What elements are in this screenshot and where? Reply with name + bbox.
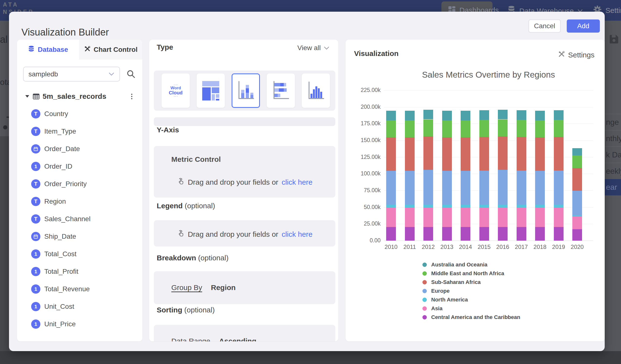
bar-segment <box>554 110 564 120</box>
field-label: Total_Revenue <box>44 285 90 293</box>
text-field-icon: T <box>31 197 40 206</box>
field-item[interactable]: 1Order_ID <box>17 161 142 172</box>
legend-item[interactable]: Asia <box>422 305 442 312</box>
bar-segment <box>572 156 582 168</box>
text-field-icon: T <box>31 179 40 189</box>
stacked-bar <box>517 80 526 241</box>
legend-item[interactable]: Europe <box>422 288 450 294</box>
chart-type-word-cloud[interactable]: ▪ ▪ ▪ Word Cloud ▪ ▪ ▪ <box>162 73 190 108</box>
field-item[interactable]: TCountry <box>17 108 142 119</box>
modal-title: Visualization Builder <box>21 27 109 38</box>
bar-segment <box>554 171 564 205</box>
group-by-label[interactable]: Group By <box>171 283 202 292</box>
caret-down-icon[interactable] <box>25 95 29 98</box>
field-item[interactable]: TRegion <box>17 196 142 207</box>
click-here-link[interactable]: click here <box>282 230 313 239</box>
tap-icon <box>177 229 184 239</box>
bar-segment <box>535 171 545 205</box>
sorting-label[interactable]: Data Range <box>171 337 210 341</box>
gridline <box>384 241 593 241</box>
legend-item[interactable]: Australia and Oceania <box>422 261 487 268</box>
field-item[interactable]: TItem_Type <box>17 126 142 137</box>
x-axis-tick-label: 2015 <box>475 243 494 250</box>
bar-segment <box>498 120 508 137</box>
chart-type-treemap[interactable] <box>197 73 225 108</box>
y-axis-tick-label: 175.00k <box>349 120 380 127</box>
chevron-down-icon <box>108 72 115 76</box>
legend-dropzone[interactable]: Drag and drop your fields or click here <box>154 220 335 246</box>
treemap-icon <box>202 80 220 102</box>
save-icon[interactable] <box>609 34 619 45</box>
field-item[interactable]: 1Unit_Price <box>17 319 142 329</box>
tab-database[interactable]: Database <box>17 40 79 60</box>
bar-segment <box>535 208 545 227</box>
settings-label: Settings <box>568 51 594 59</box>
search-icon[interactable] <box>126 69 136 80</box>
y-axis-tick-label: 0.00 <box>349 237 380 244</box>
stacked-column-icon <box>237 80 255 102</box>
add-button[interactable]: Add <box>567 19 600 33</box>
view-all-dropdown[interactable]: View all <box>297 44 329 52</box>
word-cloud-text2: Cloud <box>169 90 183 95</box>
field-item[interactable]: 1Total_Profit <box>17 266 142 277</box>
bar-segment <box>572 229 582 241</box>
chart-type-column[interactable] <box>302 73 330 108</box>
breakdown-heading: Breakdown (optional) <box>157 254 228 262</box>
bar-segment <box>498 110 508 120</box>
chart-plot-area <box>384 80 593 241</box>
tab-chart-control[interactable]: Chart Control <box>79 40 142 60</box>
horizontal-scrollbar[interactable] <box>154 117 335 126</box>
bar-segment <box>554 208 564 227</box>
legend-label: Asia <box>431 305 442 312</box>
legend-label: Australia and Oceania <box>431 261 487 268</box>
field-label: Order_Priority <box>44 180 87 188</box>
legend-item[interactable]: North America <box>422 296 468 303</box>
y-axis-tick-label: 100.00k <box>349 170 380 177</box>
legend-item[interactable]: Central America and the Caribbean <box>422 314 520 320</box>
settings-button[interactable]: Settings <box>558 50 594 59</box>
field-item[interactable]: Order_Date <box>17 144 142 154</box>
click-here-link[interactable]: click here <box>282 178 313 186</box>
field-label: Order_Date <box>44 145 80 153</box>
field-item[interactable]: 1Total_Cost <box>17 249 142 259</box>
metric-control-dropzone[interactable]: Metric Control Drag and drop your fields… <box>154 146 335 198</box>
table-row-header[interactable]: 5m_sales_records <box>17 91 142 102</box>
breakdown-dropzone[interactable]: Group By Region <box>154 271 335 304</box>
stacked-bar <box>405 80 415 241</box>
legend-label: Middle East and North Africa <box>431 270 504 277</box>
bar-segment <box>423 208 433 227</box>
chart-type-stacked-bar[interactable] <box>267 73 295 108</box>
field-item[interactable]: TSales_Channel <box>17 214 142 224</box>
bar-segment <box>554 120 564 137</box>
legend-dot <box>422 280 427 284</box>
background-text-fragment: al <box>0 34 8 45</box>
bar-segment <box>386 111 396 121</box>
bar-segment <box>498 137 508 170</box>
y-axis-tick-label: 225.00k <box>349 87 380 93</box>
legend-item[interactable]: Middle East and North Africa <box>422 270 504 277</box>
bar-segment <box>572 148 582 156</box>
field-item[interactable]: Ship_Date <box>17 231 142 242</box>
sorting-value[interactable]: Ascending <box>219 337 256 341</box>
bar-segment <box>386 171 396 205</box>
bar-segment <box>442 138 452 171</box>
legend-dot <box>422 315 427 319</box>
bar-segment <box>479 227 489 241</box>
cancel-button[interactable]: Cancel <box>529 19 561 33</box>
bar-segment <box>535 205 545 208</box>
x-axis-tick-label: 2012 <box>419 243 438 250</box>
bar-segment <box>423 120 433 137</box>
field-item[interactable]: 1Unit_Cost <box>17 301 142 312</box>
group-by-value[interactable]: Region <box>211 283 236 292</box>
background-bullet-fragment <box>3 125 7 129</box>
chart-type-stacked-column[interactable] <box>232 73 260 108</box>
field-item[interactable]: TOrder_Priority <box>17 179 142 189</box>
sorting-dropzone[interactable]: Data Range Ascending <box>154 325 335 341</box>
x-axis-tick-label: 2013 <box>437 243 456 250</box>
legend-item[interactable]: Sub-Saharan Africa <box>422 279 481 285</box>
drop-hint-text: Drag and drop your fields or <box>188 178 278 186</box>
bar-segment <box>554 205 564 208</box>
kebab-menu-icon[interactable] <box>128 92 135 101</box>
database-select[interactable]: sampledb <box>23 67 120 82</box>
field-item[interactable]: 1Total_Revenue <box>17 284 142 295</box>
